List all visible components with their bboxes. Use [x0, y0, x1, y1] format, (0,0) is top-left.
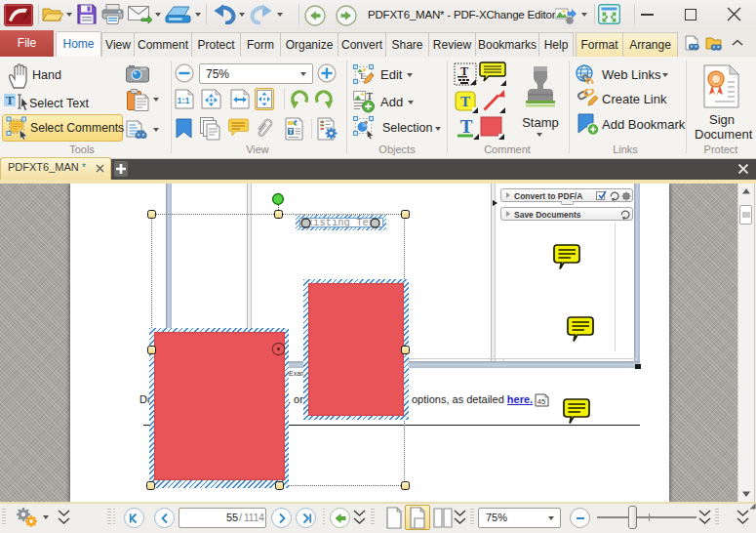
- svg-text:1:1: 1:1: [177, 96, 189, 105]
- svg-text:45: 45: [537, 397, 545, 406]
- svg-text:T: T: [460, 117, 473, 137]
- svg-text:T: T: [6, 94, 15, 107]
- svg-text:T: T: [289, 128, 294, 135]
- svg-text:T: T: [460, 64, 468, 78]
- svg-text:T: T: [367, 91, 374, 102]
- svg-text:T: T: [460, 94, 470, 109]
